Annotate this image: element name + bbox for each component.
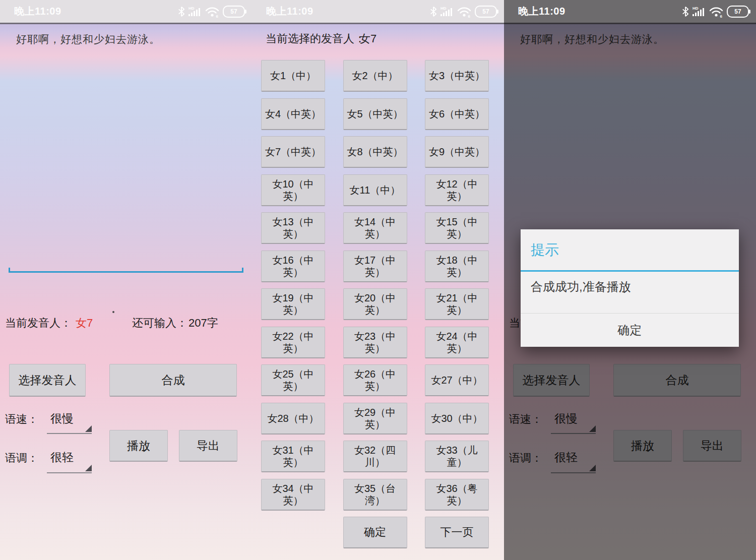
play-button[interactable]: 播放 (109, 430, 168, 462)
tts-input-text[interactable]: 好耶啊，好想和少妇去游泳。 (16, 32, 160, 46)
speed-spinner-value[interactable]: 很慢 (50, 411, 74, 426)
bluetooth-icon (430, 6, 437, 17)
voice-button-31[interactable]: 女31（中 英） (261, 441, 325, 472)
remaining-chars-value: 207字 (188, 316, 218, 331)
svg-text:6: 6 (720, 14, 723, 18)
text-cursor-dot (112, 311, 114, 313)
speed-label: 语速： (5, 412, 38, 427)
voice-button-16[interactable]: 女16（中 英） (261, 251, 325, 282)
voice-button-20[interactable]: 女20（中 英） (343, 288, 407, 320)
wifi-icon: 6 (457, 6, 471, 18)
voice-button-32[interactable]: 女32（四 川） (343, 441, 407, 472)
dialog-title: 提示 (531, 240, 559, 260)
battery-icon: 57 (727, 6, 749, 18)
wifi-icon: 6 (709, 6, 723, 18)
voice-button-21[interactable]: 女21（中 英） (425, 288, 489, 320)
voice-button-2[interactable]: 女2（中） (343, 60, 407, 92)
voice-button-11[interactable]: 女11（中） (343, 174, 407, 206)
voice-confirm-button[interactable]: 确定 (343, 517, 407, 548)
pitch-label: 语调： (5, 451, 38, 466)
voice-button-35[interactable]: 女35（台 湾） (343, 479, 407, 511)
signal-strength-icon: HD (440, 6, 454, 18)
battery-percent: 57 (230, 9, 237, 15)
voice-button-4[interactable]: 女4（中英） (261, 98, 325, 130)
alert-dialog: 提示 合成成功,准备播放 确定 (521, 229, 739, 347)
dialog-message: 合成成功,准备播放 (531, 279, 631, 295)
voice-button-14[interactable]: 女14（中 英） (343, 212, 407, 244)
selected-voice-header-value: 女7 (359, 31, 376, 46)
battery-icon: 57 (475, 6, 497, 18)
voice-button-5[interactable]: 女5（中英） (343, 98, 407, 130)
screen-main: 晚上11:09 HD 6 57 (0, 0, 252, 560)
grid-empty-cell (261, 517, 325, 548)
pitch-spinner-value[interactable]: 很轻 (50, 450, 74, 465)
signal-strength-icon: HD (692, 6, 706, 18)
status-bar: 晚上11:09 HD 6 57 (504, 0, 756, 23)
voice-button-19[interactable]: 女19（中 英） (261, 288, 325, 320)
voice-button-22[interactable]: 女22（中 英） (261, 327, 325, 358)
voice-button-7[interactable]: 女7（中英） (261, 136, 325, 168)
voice-button-6[interactable]: 女6（中英） (425, 98, 489, 130)
svg-text:HD: HD (440, 6, 447, 11)
voice-button-23[interactable]: 女23（中 英） (343, 327, 407, 358)
next-page-button[interactable]: 下一页 (425, 517, 489, 548)
battery-percent: 57 (482, 9, 489, 15)
voice-button-13[interactable]: 女13（中 英） (261, 212, 325, 244)
wifi-icon: 6 (205, 6, 219, 18)
voice-button-1[interactable]: 女1（中） (261, 60, 325, 92)
voice-button-27[interactable]: 女27（中） (425, 364, 489, 396)
voice-button-9[interactable]: 女9（中英） (425, 136, 489, 168)
voice-button-3[interactable]: 女3（中英） (425, 60, 489, 92)
remaining-chars-label: 还可输入： (132, 316, 187, 331)
statusbar-divider (0, 23, 252, 24)
voice-button-28[interactable]: 女28（中） (261, 403, 325, 434)
svg-text:6: 6 (468, 14, 471, 18)
export-button[interactable]: 导出 (179, 430, 237, 462)
bluetooth-icon (682, 6, 689, 17)
status-time: 晚上11:09 (518, 5, 565, 18)
voice-button-33[interactable]: 女33（儿 童） (425, 441, 489, 472)
current-voice-label: 当前发音人： (5, 316, 72, 331)
voice-button-24[interactable]: 女24（中 英） (425, 327, 489, 358)
synthesize-button[interactable]: 合成 (109, 364, 237, 397)
battery-icon: 57 (223, 6, 245, 18)
selected-voice-header-label: 当前选择的发音人： (266, 31, 365, 46)
screen-voice-chooser: 晚上11:09 HD 6 57 当前选择的发音人 (252, 0, 504, 560)
status-bar: 晚上11:09 HD 6 57 (0, 0, 252, 23)
voice-button-29[interactable]: 女29（中 英） (343, 403, 407, 434)
svg-text:6: 6 (216, 14, 219, 18)
voice-button-12[interactable]: 女12（中 英） (425, 174, 489, 206)
status-bar: 晚上11:09 HD 6 57 (252, 0, 504, 23)
screen-main-with-dialog: 晚上11:09 HD 6 57 好耶啊，好想和少 (504, 0, 756, 560)
svg-text:HD: HD (692, 6, 699, 11)
voice-button-8[interactable]: 女8（中英） (343, 136, 407, 168)
speed-spinner-dropdown-icon[interactable] (47, 426, 92, 434)
voice-button-25[interactable]: 女25（中 英） (261, 364, 325, 396)
voice-button-36[interactable]: 女36（粤 英） (425, 479, 489, 511)
signal-strength-icon: HD (188, 6, 202, 18)
voice-button-15[interactable]: 女15（中 英） (425, 212, 489, 244)
status-time: 晚上11:09 (14, 5, 61, 18)
status-time: 晚上11:09 (266, 5, 313, 18)
current-voice-value: 女7 (76, 316, 93, 331)
voice-button-17[interactable]: 女17（中 英） (343, 251, 407, 282)
voice-grid: 女1（中）女2（中）女3（中英）女4（中英）女5（中英）女6（中英）女7（中英）… (261, 60, 489, 548)
dialog-ok-button[interactable]: 确定 (521, 314, 739, 347)
voice-button-10[interactable]: 女10（中 英） (261, 174, 325, 206)
dialog-title-divider (521, 270, 739, 272)
voice-button-30[interactable]: 女30（中） (425, 403, 489, 434)
bluetooth-icon (178, 6, 185, 17)
text-input-underline[interactable] (9, 268, 243, 273)
statusbar-divider (252, 23, 504, 24)
hd-label: HD (188, 6, 195, 11)
battery-percent: 57 (734, 9, 741, 15)
voice-button-34[interactable]: 女34（中 英） (261, 479, 325, 511)
voice-button-18[interactable]: 女18（中 英） (425, 251, 489, 282)
select-voice-button[interactable]: 选择发音人 (9, 364, 86, 397)
voice-button-26[interactable]: 女26（中 英） (343, 364, 407, 396)
pitch-spinner-dropdown-icon[interactable] (47, 465, 92, 473)
